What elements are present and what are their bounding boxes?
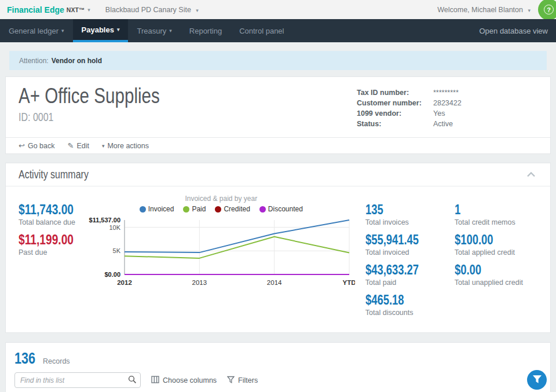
detail-label: Tax ID number: xyxy=(357,87,433,98)
stat-value: $465.18 xyxy=(365,292,404,308)
columns-icon xyxy=(151,376,159,385)
choose-columns-button[interactable]: Choose columns xyxy=(151,376,217,385)
list-toolbar: Choose columns Filters xyxy=(6,369,550,392)
svg-text:$0.00: $0.00 xyxy=(104,271,120,278)
legend-item-credited: Credited xyxy=(215,205,250,213)
detail-value: ********* xyxy=(433,87,459,98)
stat-label: Past due xyxy=(19,248,87,257)
svg-text:YTD: YTD xyxy=(342,279,355,286)
stat-value: $55,941.45 xyxy=(365,232,419,248)
page-content: Attention: Vendor on hold A+ Office Supp… xyxy=(0,42,556,392)
totals-col-2: 1Total credit memos$100.00Total applied … xyxy=(455,202,553,322)
chevron-down-icon: ▾ xyxy=(169,28,172,34)
search-input[interactable] xyxy=(14,372,141,388)
chevron-down-icon: ▾ xyxy=(61,28,64,34)
top-bar: Financial Edge NXT™ ▾ Blackbaud PD Canar… xyxy=(0,0,556,19)
stat-value: $0.00 xyxy=(455,262,481,278)
pencil-icon: ✎ xyxy=(67,141,74,150)
legend-item-invoiced: Invoiced xyxy=(140,205,174,213)
stat: $0.00Total unapplied credit xyxy=(455,262,553,287)
legend-label: Invoiced xyxy=(148,205,174,213)
totals-col-1: 135Total invoices$55,941.45Total invoice… xyxy=(365,202,452,322)
chevron-down-icon[interactable]: ▾ xyxy=(87,7,90,13)
vendor-details: Tax ID number: ********* Customer number… xyxy=(357,83,537,129)
filters-button[interactable]: Filters xyxy=(227,376,258,385)
stat-value: 1 xyxy=(455,202,460,218)
totals-stats: 135Total invoices$55,941.45Total invoice… xyxy=(355,193,553,322)
funnel-icon xyxy=(533,375,542,385)
chevron-down-icon: ▾ xyxy=(117,27,120,32)
vendor-id: ID: 0001 xyxy=(19,109,53,124)
legend-item-discounted: Discounted xyxy=(259,205,303,213)
stat-label: Total discounts xyxy=(365,309,452,317)
svg-text:$11,537.00: $11,537.00 xyxy=(89,217,120,224)
legend-dot-icon xyxy=(140,206,146,213)
nav-item-control-panel[interactable]: Control panel xyxy=(231,19,292,42)
stat-value: $11,743.00 xyxy=(19,202,74,218)
user-menu[interactable]: Welcome, Michael Blanton ▾ xyxy=(437,6,531,14)
help-button[interactable]: ? xyxy=(538,0,556,19)
detail-label: 1099 vendor: xyxy=(357,108,433,119)
stat: 1Total credit memos xyxy=(455,202,553,226)
stat-label: Total applied credit xyxy=(455,248,553,257)
chart-block: Invoiced & paid by year InvoicedPaidCred… xyxy=(87,193,355,322)
chart-title: Invoiced & paid by year xyxy=(87,193,355,203)
stat: 135Total invoices xyxy=(365,202,452,226)
stat-label: Total invoices xyxy=(365,218,452,226)
records-count: 136 xyxy=(14,350,35,368)
stat-value-past-due: $11,199.00 xyxy=(19,232,74,248)
legend-label: Credited xyxy=(224,205,250,213)
more-actions-button[interactable]: ▾ More actions xyxy=(102,142,149,150)
attention-banner: Attention: Vendor on hold xyxy=(9,51,547,70)
page-title: A+ Office Supplies xyxy=(19,83,160,109)
open-database-view-link[interactable]: Open database view xyxy=(479,19,548,42)
stat-value: $100.00 xyxy=(455,232,493,248)
svg-text:2012: 2012 xyxy=(117,279,132,286)
banner-prefix: Attention: xyxy=(19,57,49,65)
panel-title: Activity summary xyxy=(19,168,89,181)
detail-value: Yes xyxy=(433,108,445,119)
legend-dot-icon xyxy=(259,206,266,213)
collapse-chevron-icon[interactable] xyxy=(525,168,537,181)
stat: $100.00Total applied credit xyxy=(455,232,553,257)
nav-item-reporting[interactable]: Reporting xyxy=(181,19,231,42)
go-back-button[interactable]: ↩ Go back xyxy=(19,141,54,150)
stat: $55,941.45Total invoiced xyxy=(365,232,452,257)
stat-value: 135 xyxy=(365,202,383,218)
question-mark-icon: ? xyxy=(544,5,554,14)
nav-item-payables[interactable]: Payables ▾ xyxy=(73,19,129,42)
detail-label: Customer number: xyxy=(357,98,433,108)
legend-label: Paid xyxy=(192,205,206,213)
stat-label: Total balance due xyxy=(19,218,87,226)
chevron-down-icon: ▾ xyxy=(528,8,531,13)
legend-dot-icon xyxy=(215,206,221,213)
chart-legend: InvoicedPaidCreditedDiscounted xyxy=(87,205,355,213)
funnel-icon xyxy=(227,376,235,385)
chevron-down-icon: ▾ xyxy=(196,8,199,13)
svg-text:10K: 10K xyxy=(109,224,120,231)
balance-stats: $11,743.00 Total balance due $11,199.00 … xyxy=(19,193,87,322)
legend-item-paid: Paid xyxy=(183,205,206,213)
nav-item-treasury[interactable]: Treasury ▾ xyxy=(128,19,180,42)
detail-value: Active xyxy=(433,119,453,129)
legend-label: Discounted xyxy=(268,205,303,213)
site-switcher[interactable]: Blackbaud PD Canary Site ▾ xyxy=(105,6,199,14)
records-panel: 136 Records Choose columns Filters xyxy=(5,342,551,392)
action-bar: ↩ Go back ✎ Edit ▾ More actions xyxy=(6,137,550,153)
welcome-text: Welcome, Michael Blanton xyxy=(437,6,523,14)
main-nav: General ledger ▾ Payables ▾ Treasury ▾ R… xyxy=(0,19,556,42)
stat-label: Total unapplied credit xyxy=(455,279,553,287)
back-arrow-icon: ↩ xyxy=(19,141,25,150)
search-icon[interactable] xyxy=(128,375,137,386)
nav-item-general-ledger[interactable]: General ledger ▾ xyxy=(0,19,73,42)
chart-svg: $11,537.0010K5K$0.00201220132014YTD xyxy=(87,213,355,292)
stat-value: $43,633.27 xyxy=(365,262,419,278)
records-count-label: Records xyxy=(43,357,70,365)
brand-logo: Financial Edge xyxy=(7,5,64,14)
svg-text:2014: 2014 xyxy=(267,279,282,286)
stat-label: Total credit memos xyxy=(455,218,553,226)
edit-button[interactable]: ✎ Edit xyxy=(67,141,89,150)
filter-fab-button[interactable] xyxy=(527,370,547,390)
site-name: Blackbaud PD Canary Site xyxy=(105,6,191,14)
stat: $43,633.27Total paid xyxy=(365,262,452,287)
